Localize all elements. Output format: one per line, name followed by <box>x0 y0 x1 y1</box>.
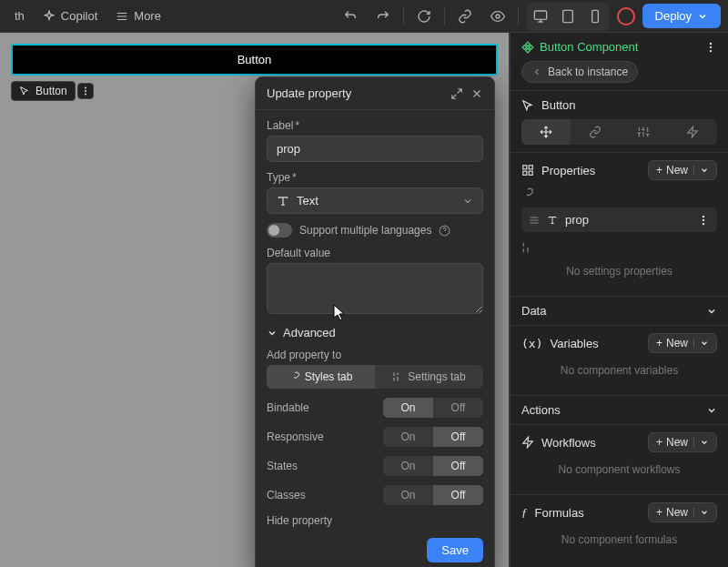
mini-tab-move[interactable] <box>521 119 571 145</box>
link-icon <box>289 371 300 382</box>
new-variable-button[interactable]: +New <box>648 333 717 353</box>
element-chip[interactable]: Button <box>11 81 76 101</box>
mini-tab-settings[interactable] <box>620 119 669 145</box>
link-button[interactable] <box>452 4 478 29</box>
mini-tab-flash[interactable] <box>668 119 717 145</box>
drag-icon[interactable] <box>529 215 540 226</box>
section-data[interactable]: Data <box>521 304 546 318</box>
svg-point-7 <box>710 42 712 44</box>
back-to-instance[interactable]: Back to instance <box>521 61 638 83</box>
element-chip-more[interactable] <box>77 83 94 99</box>
save-button[interactable]: Save <box>427 538 483 562</box>
canvas-button-element[interactable]: Button <box>11 44 498 76</box>
label-input[interactable] <box>267 136 483 162</box>
new-workflow-button[interactable]: +New <box>648 432 717 452</box>
svg-point-5 <box>85 90 86 92</box>
hamburger-icon <box>116 10 128 23</box>
undo-icon <box>343 9 358 24</box>
section-actions[interactable]: Actions <box>521 403 561 417</box>
svg-point-9 <box>710 49 712 51</box>
flash-icon <box>521 436 534 449</box>
mini-tab-link[interactable] <box>571 119 620 145</box>
viewport-desktop[interactable] <box>528 4 553 29</box>
advanced-toggle[interactable]: Advanced <box>267 326 483 339</box>
label: Button <box>238 53 272 66</box>
label: More <box>134 9 161 23</box>
property-row-prop[interactable]: prop <box>521 208 717 232</box>
topbar-item-th[interactable]: th <box>7 5 32 26</box>
update-property-modal: Update property Label Type Text Support … <box>255 76 495 567</box>
label: Back to instance <box>548 66 628 78</box>
responsive-label: Responsive <box>267 430 324 443</box>
no-variables-text: No component variables <box>521 353 717 388</box>
default-value-label: Default value <box>267 247 483 259</box>
type-select[interactable]: Text <box>267 187 483 214</box>
bindable-toggle[interactable]: OnOff <box>383 398 483 418</box>
desktop-icon <box>533 9 548 24</box>
svg-rect-10 <box>523 166 527 169</box>
label: Button <box>35 85 67 97</box>
classes-toggle[interactable]: OnOff <box>383 485 483 505</box>
record-indicator[interactable] <box>617 7 635 25</box>
label: Copilot <box>61 9 97 23</box>
deploy-button[interactable]: Deploy <box>642 4 721 28</box>
link-icon <box>589 126 602 138</box>
new-property-button[interactable]: +New <box>648 160 717 180</box>
states-label: States <box>267 460 298 472</box>
panel-mini-tabs <box>521 119 717 145</box>
svg-point-8 <box>710 46 712 47</box>
svg-point-14 <box>703 215 704 217</box>
sliders-icon <box>637 126 650 138</box>
undo-button[interactable] <box>338 4 363 29</box>
no-workflows-text: No component workflows <box>521 452 717 487</box>
svg-point-16 <box>703 222 704 224</box>
no-settings-text: No settings properties <box>521 254 717 289</box>
label: Button <box>541 98 576 112</box>
topbar-item-copilot[interactable]: Copilot <box>35 5 105 26</box>
chevron-down-icon <box>700 339 709 348</box>
svg-point-6 <box>85 94 86 96</box>
help-icon[interactable] <box>439 225 450 237</box>
section-workflows: Workflows <box>521 436 596 450</box>
svg-rect-3 <box>592 10 598 22</box>
redo-icon <box>376 9 390 24</box>
selected-element-row[interactable]: Button <box>521 98 717 112</box>
cursor-icon <box>19 86 30 96</box>
tab-styles[interactable]: Styles tab <box>267 365 375 389</box>
chevron-down-icon[interactable] <box>706 405 717 416</box>
properties-panel: Button Component Back to instance Button <box>510 33 728 567</box>
eye-icon <box>490 9 505 24</box>
label: prop <box>565 213 589 227</box>
refresh-button[interactable] <box>411 4 437 29</box>
svg-rect-11 <box>529 166 532 169</box>
expand-icon[interactable] <box>450 87 463 100</box>
viewport-tablet[interactable] <box>555 4 581 29</box>
chevron-down-icon <box>267 328 278 339</box>
add-to-label: Add property to <box>267 349 483 361</box>
svg-point-4 <box>85 87 86 89</box>
component-title: Button Component <box>521 40 638 54</box>
chevron-down-icon <box>700 508 709 517</box>
redo-button[interactable] <box>370 4 396 29</box>
chevron-down-icon <box>697 11 708 22</box>
value: Text <box>297 194 318 208</box>
responsive-toggle[interactable]: OnOff <box>383 427 483 447</box>
eye-button[interactable] <box>485 4 511 29</box>
default-value-input[interactable] <box>267 263 483 314</box>
viewport-mobile[interactable] <box>582 4 608 29</box>
dots-vertical-icon[interactable] <box>704 41 717 54</box>
tab-settings[interactable]: Settings tab <box>375 365 483 389</box>
chevron-down-icon[interactable] <box>706 306 717 317</box>
section-formulas: ƒFormulas <box>521 505 584 520</box>
chevron-down-icon <box>700 438 709 447</box>
close-icon[interactable] <box>470 87 483 100</box>
dots-vertical-icon[interactable] <box>697 214 710 227</box>
modal-title: Update property <box>267 86 351 100</box>
arrow-left-icon <box>531 66 542 77</box>
multi-lang-toggle[interactable] <box>267 223 292 238</box>
states-toggle[interactable]: OnOff <box>383 456 483 476</box>
topbar-item-more[interactable]: More <box>108 5 168 26</box>
flash-icon <box>686 126 699 138</box>
new-formula-button[interactable]: +New <box>648 502 717 522</box>
dots-vertical-icon <box>80 86 91 96</box>
